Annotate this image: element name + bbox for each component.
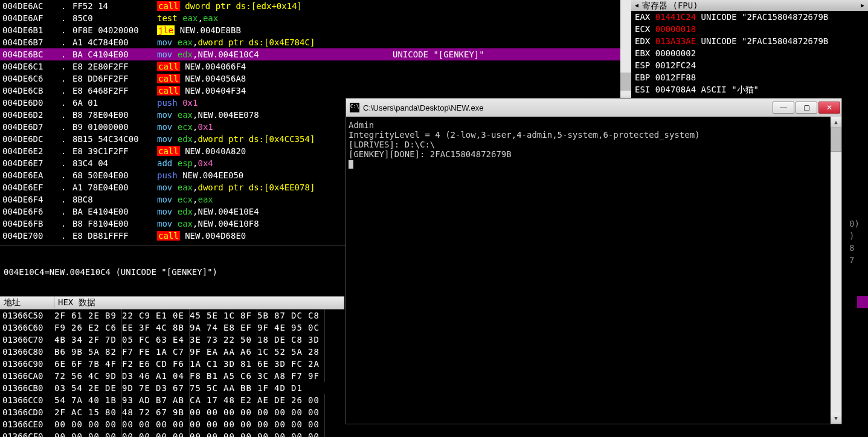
addr: 004DE6C6 (0, 73, 54, 85)
console-scrollbar[interactable]: ▲ ▼ (831, 117, 841, 424)
instruction: test eax,eax (157, 12, 387, 24)
hexdump-row[interactable]: 01366C704B342F7D05FC63E43E73225018DEC83D (0, 334, 344, 346)
disasm-row[interactable]: 004DE6AC.FF52 14call dword ptr ds:[edx+0… (0, 0, 625, 12)
bytes: 8BC8 (72, 193, 157, 206)
console-line: IntegrityLevel = 4 (2-low,3-user,4-admin… (349, 130, 828, 140)
maximize-button[interactable]: ▢ (796, 102, 817, 114)
flag: . (54, 206, 72, 218)
disasm-row[interactable]: 004DE6B1.0F8E 04020000jle NEW.004DE8BB (0, 24, 625, 36)
hexdump-bytes: 00000000000000000000000000000000 (54, 418, 344, 430)
chevron-left-icon[interactable]: ◀ (635, 0, 638, 11)
disasm-row[interactable]: 004DE6CB.E8 6468F2FFcall NEW.00404F34 (0, 85, 625, 97)
bytes: 6A 01 (72, 97, 157, 109)
bytes: BA C4104E00 (72, 48, 157, 60)
comment (387, 24, 625, 36)
register-row[interactable]: EDX 013A33AE UNICODE "2FAC15804872679B (631, 35, 868, 47)
hexdump-row[interactable]: 01366C906E6F7B4FF2E6CDF61AC13D816E3DFC2A (0, 358, 344, 370)
register-row[interactable]: ESP 0012FC24 (631, 59, 868, 71)
hexdump-row[interactable]: 01366CA072564C9DD346A104F8B1A5C63CA8F79F (0, 370, 344, 382)
flag: . (54, 73, 72, 85)
disasm-row[interactable]: 004DE6C1.E8 2E80F2FFcall NEW.004066F4 (0, 60, 625, 73)
addr: 004DE6D2 (0, 109, 54, 121)
console-line: Admin (349, 120, 828, 130)
instruction: call NEW.00404F34 (157, 85, 387, 97)
bytes: E8 DB81FFFF (72, 230, 157, 242)
instruction: call NEW.004066F4 (157, 60, 387, 73)
bytes: 68 50E04E00 (72, 169, 157, 181)
register-row[interactable]: EBP 0012FF88 (631, 71, 868, 83)
bytes: B8 78E04E00 (72, 109, 157, 121)
disasm-row[interactable]: 004DE6BC.BA C4104E00mov edx,NEW.004E10C4… (0, 48, 625, 60)
addr: 004DE6C1 (0, 60, 54, 73)
scroll-down-icon[interactable]: ▼ (831, 413, 841, 424)
console-body[interactable]: AdminIntegrityLevel = 4 (2-low,3-user,4-… (346, 117, 831, 424)
hexdump-header-hex: HEX 数据 (54, 297, 344, 308)
comment (387, 85, 625, 97)
disasm-row[interactable]: 004DE6C6.E8 DD6FF2FFcall NEW.004056A8 (0, 73, 625, 85)
hexdump-row[interactable]: 01366CE000000000000000000000000000000000 (0, 418, 344, 430)
hexdump-row[interactable]: 01366C502F612EB922C9E10E455E1C8F5B87DCC8 (0, 309, 344, 322)
minimize-button[interactable]: — (773, 102, 794, 114)
flag: . (54, 133, 72, 145)
flag: . (54, 97, 72, 109)
console-titlebar[interactable]: C:\Users\panda\Desktop\NEW.exe — ▢ ✕ (346, 99, 841, 117)
hexdump-row[interactable]: 01366CF000000000000000000000000000000000 (0, 430, 344, 437)
addr: 004DE6BC (0, 48, 54, 60)
addr: 004DE700 (0, 230, 54, 242)
flag: . (54, 193, 72, 206)
hexdump-addr: 01366C70 (0, 334, 54, 346)
addr: 004DE6D0 (0, 97, 54, 109)
hexdump-addr: 01366CC0 (0, 394, 54, 406)
comment (387, 0, 625, 12)
register-row[interactable]: ECX 00000018 (631, 23, 868, 35)
bytes: 83C4 04 (72, 157, 157, 169)
flag: . (54, 109, 72, 121)
hexdump-row[interactable]: 01366CD02FAC15804872679B0000000000000000 (0, 406, 344, 418)
console-icon (350, 103, 359, 112)
console-title-text: C:\Users\panda\Desktop\NEW.exe (363, 103, 771, 112)
hexdump-bytes: 547A401B93ADB7ABCA1748E2AEDE2600 (54, 394, 344, 406)
flag: . (54, 36, 72, 48)
console-window[interactable]: C:\Users\panda\Desktop\NEW.exe — ▢ ✕ Adm… (346, 98, 842, 424)
register-row[interactable]: ESI 004708A4 ASCII "小猫" (631, 83, 868, 95)
disasm-row[interactable]: 004DE6AF.85C0test eax,eax (0, 12, 625, 24)
hexdump-bytes: 03542EDE9D7ED367755CAABB1F4DD1 (54, 382, 344, 394)
flag: . (54, 48, 72, 60)
register-row[interactable]: EBX 00000002 (631, 47, 868, 59)
hexdump-addr: 01366CA0 (0, 370, 54, 382)
addr: 004DE6F4 (0, 193, 54, 206)
registers-pane[interactable]: ◀ 寄存器 (FPU) ▶ EAX 01441C24 UNICODE "2FAC… (631, 0, 868, 95)
addr: 004DE6E7 (0, 157, 54, 169)
hexdump-row[interactable]: 01366CB003542EDE9D7ED367755CAABB1F4DD1 (0, 382, 344, 394)
chevron-right-icon[interactable]: ▶ (861, 0, 864, 11)
hexdump-addr: 01366CF0 (0, 430, 54, 437)
bytes: FF52 14 (72, 0, 157, 12)
hexdump-pane[interactable]: 01366C502F612EB922C9E10E455E1C8F5B87DCC8… (0, 309, 344, 437)
hexdump-addr: 01366CE0 (0, 418, 54, 430)
hexdump-row[interactable]: 01366C80B69B5A82F7FE1AC79FEAAAA61C525A28 (0, 346, 344, 358)
addr: 004DE6EA (0, 169, 54, 181)
hexdump-bytes: F926E2C6EE3F4C8B9A74E8EF9F4E950C (54, 322, 344, 334)
flag: . (54, 85, 72, 97)
hexdump-addr: 01366C90 (0, 358, 54, 370)
hexdump-row[interactable]: 01366C60F926E2C6EE3F4C8B9A74E8EF9F4E950C (0, 322, 344, 334)
close-button[interactable]: ✕ (818, 102, 840, 114)
bytes: A1 4C784E00 (72, 36, 157, 48)
flag: . (54, 121, 72, 133)
hexdump-bytes: 2FAC15804872679B0000000000000000 (54, 406, 344, 418)
addr: 004DE6F6 (0, 206, 54, 218)
register-row[interactable]: EAX 01441C24 UNICODE "2FAC15804872679B (631, 11, 868, 23)
hexdump-row[interactable]: 01366CC0547A401B93ADB7ABCA1748E2AEDE2600 (0, 394, 344, 406)
comment: UNICODE "[GENKEY]" (387, 48, 625, 60)
scroll-up-icon[interactable]: ▲ (831, 117, 841, 128)
cursor (349, 160, 353, 169)
instruction: call NEW.004056A8 (157, 73, 387, 85)
bytes: 85C0 (72, 12, 157, 24)
flag: . (54, 218, 72, 230)
instruction: call dword ptr ds:[edx+0x14] (157, 0, 387, 12)
scroll-thumb[interactable] (831, 128, 841, 152)
hexdump-bytes: 2F612EB922C9E10E455E1C8F5B87DCC8 (54, 309, 344, 322)
disasm-row[interactable]: 004DE6B7.A1 4C784E00mov eax,dword ptr ds… (0, 36, 625, 48)
addr: 004DE6DC (0, 133, 54, 145)
hexdump-addr: 01366CD0 (0, 406, 54, 418)
